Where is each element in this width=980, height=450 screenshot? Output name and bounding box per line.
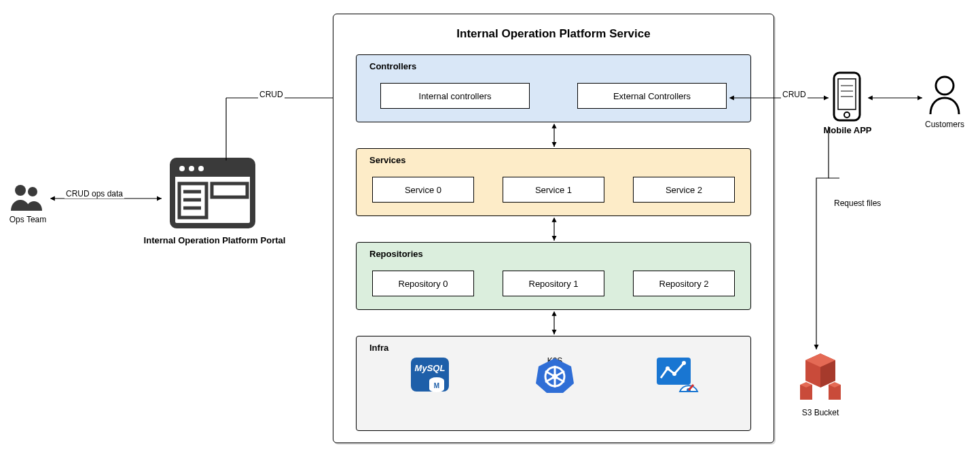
svg-point-44 [936, 77, 954, 94]
infra-k8s: K8S [524, 356, 585, 366]
svg-marker-48 [820, 360, 835, 387]
infra-monitor: Monitor [645, 356, 706, 366]
svg-rect-4 [173, 160, 253, 177]
repos-item-2: Repository 2 [633, 271, 735, 296]
repos-item-0: Repository 0 [372, 271, 474, 296]
infra-k8s-label: K8S [547, 356, 563, 366]
svg-marker-47 [805, 353, 835, 367]
edge-ops-portal-label: CRUD ops data [65, 189, 124, 198]
infra-mysql-label: MySQL [416, 356, 443, 366]
services-title: Services [369, 155, 406, 165]
edge-mobile-s3-label: Request files [834, 198, 881, 208]
svg-rect-12 [212, 184, 247, 197]
ops-team-label: Ops Team [4, 215, 52, 224]
svg-point-7 [198, 166, 204, 171]
svg-rect-51 [829, 385, 841, 400]
infra-layer [356, 336, 751, 431]
s3-bucket-label: S3 Bucket [796, 408, 845, 417]
repos-title: Repositories [369, 249, 423, 259]
controllers-item-0: Internal controllers [380, 83, 530, 109]
services-item-1: Service 1 [503, 177, 604, 203]
svg-marker-50 [800, 382, 812, 387]
infra-mysql: MySQL M MySQL [399, 356, 460, 366]
services-item-2: Service 2 [633, 177, 735, 203]
svg-rect-37 [834, 73, 860, 120]
svg-marker-52 [829, 382, 841, 387]
controllers-title: Controllers [369, 61, 416, 71]
svg-rect-8 [179, 184, 206, 218]
edge-mobile-s3 [812, 124, 853, 355]
service-title: Internal Operation Platform Service [333, 27, 774, 41]
mobile-app-label: Mobile APP [820, 125, 875, 135]
svg-point-5 [179, 166, 185, 171]
svg-rect-49 [800, 385, 812, 400]
controllers-item-1: External Controllers [577, 83, 727, 109]
repos-item-1: Repository 1 [503, 271, 604, 296]
svg-rect-3 [173, 160, 253, 226]
services-item-0: Service 0 [372, 177, 474, 203]
svg-point-1 [28, 187, 37, 196]
svg-point-6 [189, 166, 194, 171]
edge-mobile-customers [867, 92, 925, 103]
svg-point-0 [15, 185, 26, 196]
architecture-diagram: Ops Team CRUD ops data Internal Operatio… [0, 0, 980, 450]
customers-label: Customers [921, 120, 968, 129]
portal-label: Internal Operation Platform Portal [126, 235, 303, 245]
infra-title: Infra [369, 343, 388, 353]
svg-point-38 [844, 112, 850, 118]
edge-external-mobile-label: CRUD [781, 90, 807, 99]
svg-marker-46 [805, 353, 835, 387]
infra-monitor-label: Monitor [662, 356, 689, 366]
svg-rect-39 [838, 79, 856, 109]
edge-portal-controllers-label: CRUD [258, 90, 285, 99]
